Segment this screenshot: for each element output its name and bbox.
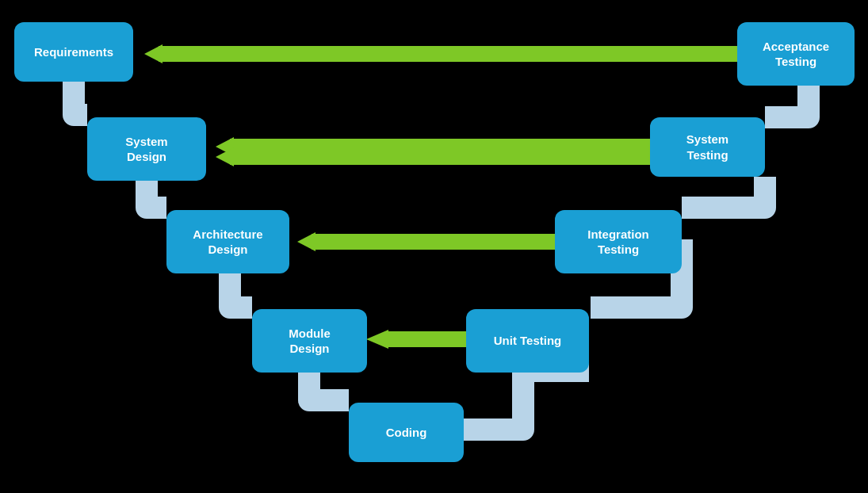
coding-box: Coding [349,403,464,462]
integration-testing-box: IntegrationTesting [555,210,682,273]
vmodel-diagram: Requirements SystemDesign ArchitectureDe… [0,0,868,493]
svg-marker-7 [297,232,315,251]
system-design-box: SystemDesign [87,117,206,181]
system-testing-box: SystemTesting [650,117,765,177]
svg-marker-3 [216,137,234,156]
requirements-box: Requirements [14,22,133,82]
svg-marker-9 [366,330,388,349]
module-design-box: ModuleDesign [252,309,367,373]
acceptance-testing-box: AcceptanceTesting [737,22,855,86]
svg-marker-1 [144,44,163,63]
unit-testing-box: Unit Testing [466,309,589,373]
architecture-design-box: ArchitectureDesign [166,210,289,273]
svg-marker-5 [216,147,234,166]
